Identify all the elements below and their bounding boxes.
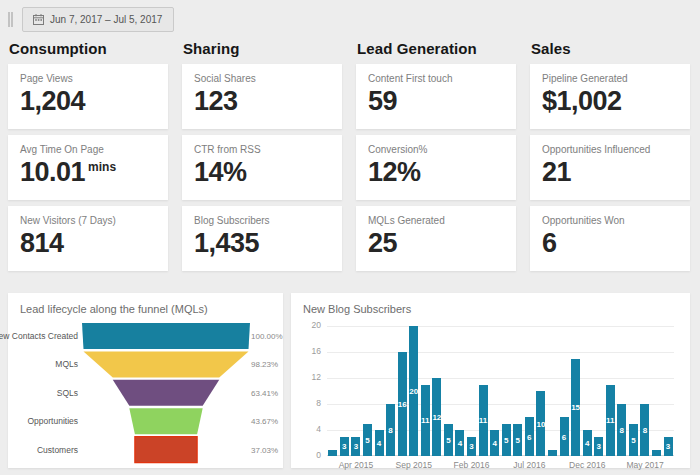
metric-value: 21 bbox=[542, 159, 678, 186]
metric-card-pipeline-generated[interactable]: Pipeline Generated $1,002 bbox=[530, 64, 690, 129]
funnel-stage-label: SQLs bbox=[57, 388, 78, 398]
metric-value: $1,002 bbox=[542, 88, 678, 115]
bar[interactable]: 3 bbox=[664, 437, 673, 457]
metric-card-page-views[interactable]: Page Views 1,204 bbox=[8, 64, 168, 129]
bar-value-label: 10 bbox=[533, 419, 548, 428]
bar-value-label: 20 bbox=[406, 387, 421, 396]
y-axis-tick-label: 0 bbox=[301, 450, 321, 460]
funnel-stage-percent: 43.67% bbox=[251, 417, 278, 426]
bar[interactable]: 8 bbox=[640, 404, 649, 456]
bar-series: 33548162011125431145561061543118583 bbox=[327, 326, 674, 456]
x-axis-tick-label: Jul 2016 bbox=[513, 460, 545, 470]
bar[interactable]: 20 bbox=[409, 326, 418, 456]
funnel-stage-percent: 63.41% bbox=[251, 389, 278, 398]
bar[interactable]: 3 bbox=[594, 437, 603, 457]
bottom-charts-row: Lead lifecycle along the funnel (MQLs) N… bbox=[8, 293, 690, 468]
metric-card-conversion[interactable]: Conversion% 12% bbox=[356, 135, 516, 200]
x-axis-tick-label: Feb 2016 bbox=[454, 460, 490, 470]
metric-label: Page Views bbox=[20, 73, 156, 84]
metric-value: 1,435 bbox=[194, 230, 330, 257]
metric-label: Opportunities Won bbox=[542, 215, 678, 226]
bar-value-label: 15 bbox=[568, 403, 583, 412]
metric-value: 12% bbox=[368, 159, 504, 186]
metric-value: 123 bbox=[194, 88, 330, 115]
bar[interactable]: 10 bbox=[536, 391, 545, 456]
metric-card-content-first-touch[interactable]: Content First touch 59 bbox=[356, 64, 516, 129]
metric-card-ctr-from-rss[interactable]: CTR from RSS 14% bbox=[182, 135, 342, 200]
bar-chart-panel: New Blog Subscribers 3354816201112543114… bbox=[291, 293, 690, 468]
x-axis-tick-label: May 2017 bbox=[626, 460, 663, 470]
funnel-stage-percent: 37.03% bbox=[251, 446, 278, 455]
y-axis-tick-label: 8 bbox=[301, 398, 321, 408]
funnel-segment-mqls[interactable] bbox=[83, 351, 248, 377]
section-header: Sales bbox=[531, 40, 690, 57]
funnel-stage-label: Customers bbox=[37, 445, 78, 455]
topbar: Jun 7, 2017 – Jul 5, 2017 bbox=[0, 0, 700, 38]
bar-value-label: 8 bbox=[637, 426, 652, 435]
funnel-stage-label: Opportunities bbox=[27, 416, 78, 426]
bar-value-label: 3 bbox=[661, 442, 676, 451]
section-header: Lead Generation bbox=[357, 40, 516, 57]
bar[interactable]: 8 bbox=[386, 404, 395, 456]
metric-value: 1,204 bbox=[20, 88, 156, 115]
funnel-segment-sqls[interactable] bbox=[113, 380, 220, 406]
date-range-picker[interactable]: Jun 7, 2017 – Jul 5, 2017 bbox=[22, 7, 174, 32]
metric-card-opportunities-won[interactable]: Opportunities Won 6 bbox=[530, 206, 690, 271]
funnel-stage-percent: 100.00% bbox=[251, 332, 283, 341]
metric-label: Opportunities Influenced bbox=[542, 144, 678, 155]
metric-value: 59 bbox=[368, 88, 504, 115]
metric-unit: mins bbox=[88, 160, 116, 174]
funnel-segment-new-contacts-created[interactable] bbox=[82, 323, 250, 349]
date-range-label: Jun 7, 2017 – Jul 5, 2017 bbox=[50, 14, 162, 25]
bar[interactable]: 8 bbox=[617, 404, 626, 456]
bar-chart-plot-area: 33548162011125431145561061543118583 0481… bbox=[327, 326, 674, 456]
metric-label: CTR from RSS bbox=[194, 144, 330, 155]
bar-chart-title: New Blog Subscribers bbox=[303, 303, 676, 315]
column-sales: Sales Pipeline Generated $1,002 Opportun… bbox=[530, 38, 690, 277]
metric-label: MQLs Generated bbox=[368, 215, 504, 226]
metric-card-new-visitors[interactable]: New Visitors (7 Days) 814 bbox=[8, 206, 168, 271]
x-axis-labels: Apr 2015Sep 2015Feb 2016Jul 2016Dec 2016… bbox=[327, 456, 674, 472]
metric-value: 25 bbox=[368, 230, 504, 257]
column-lead-generation: Lead Generation Content First touch 59 C… bbox=[356, 38, 516, 277]
drag-handle-icon[interactable] bbox=[8, 12, 13, 27]
metric-label: New Visitors (7 Days) bbox=[20, 215, 156, 226]
metric-card-social-shares[interactable]: Social Shares 123 bbox=[182, 64, 342, 129]
bar-value-label: 8 bbox=[383, 426, 398, 435]
metric-value: 814 bbox=[20, 230, 156, 257]
bar[interactable]: 3 bbox=[467, 437, 476, 457]
bar[interactable]: 6 bbox=[560, 417, 569, 456]
column-sharing: Sharing Social Shares 123 CTR from RSS 1… bbox=[182, 38, 342, 277]
metric-label: Blog Subscribers bbox=[194, 215, 330, 226]
metric-card-avg-time-on-page[interactable]: Avg Time On Page 10.01mins bbox=[8, 135, 168, 200]
metric-card-blog-subscribers[interactable]: Blog Subscribers 1,435 bbox=[182, 206, 342, 271]
funnel-chart-panel: Lead lifecycle along the funnel (MQLs) N… bbox=[8, 293, 283, 468]
y-axis-tick-label: 4 bbox=[301, 424, 321, 434]
bar-value-label: 11 bbox=[603, 416, 618, 425]
funnel-segment-customers[interactable] bbox=[135, 437, 197, 463]
bar-value-label: 6 bbox=[522, 432, 537, 441]
bar-chart: 33548162011125431145561061543118583 0481… bbox=[327, 326, 674, 472]
metric-card-opportunities-influenced[interactable]: Opportunities Influenced 21 bbox=[530, 135, 690, 200]
funnel-chart-title: Lead lifecycle along the funnel (MQLs) bbox=[8, 303, 283, 315]
bar-value-label: 16 bbox=[395, 400, 410, 409]
y-axis-tick-label: 12 bbox=[301, 372, 321, 382]
x-axis-tick-label: Apr 2015 bbox=[339, 460, 374, 470]
metric-label: Conversion% bbox=[368, 144, 504, 155]
funnel-stage-label: New Contacts Created bbox=[0, 331, 78, 341]
bar[interactable]: 11 bbox=[606, 385, 615, 457]
bar-value-label: 3 bbox=[591, 442, 606, 451]
bar-value-label: 5 bbox=[626, 435, 641, 444]
metric-card-mqls-generated[interactable]: MQLs Generated 25 bbox=[356, 206, 516, 271]
x-axis-tick-label: Dec 2016 bbox=[569, 460, 605, 470]
funnel-segment-opportunities[interactable] bbox=[129, 408, 202, 434]
bar[interactable]: 12 bbox=[432, 378, 441, 456]
metric-value: 10.01mins bbox=[20, 159, 156, 186]
metric-value: 6 bbox=[542, 230, 678, 257]
y-axis-tick-label: 20 bbox=[301, 320, 321, 330]
bar-value-label: 12 bbox=[429, 413, 444, 422]
bar-value-label: 11 bbox=[476, 416, 491, 425]
metric-label: Pipeline Generated bbox=[542, 73, 678, 84]
bar-value-label: 4 bbox=[372, 439, 387, 448]
bar[interactable]: 16 bbox=[398, 352, 407, 456]
